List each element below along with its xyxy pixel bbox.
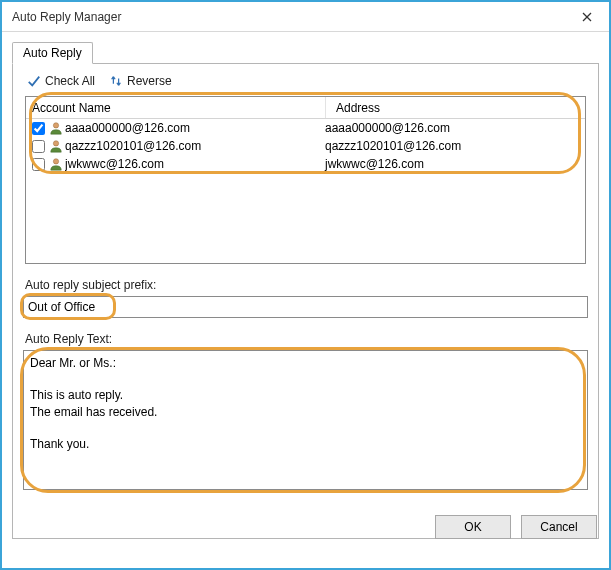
row-address: qazzz1020101@126.com: [321, 139, 585, 153]
tab-strip: Auto Reply: [12, 40, 599, 64]
toolbar: Check All Reverse: [23, 72, 588, 96]
reverse-label: Reverse: [127, 74, 172, 88]
reply-text-input[interactable]: [23, 350, 588, 490]
person-icon: [49, 139, 63, 153]
row-account-name: qazzz1020101@126.com: [65, 139, 321, 153]
person-icon: [49, 157, 63, 171]
reverse-button[interactable]: Reverse: [109, 74, 172, 88]
svg-point-4: [53, 159, 58, 164]
close-button[interactable]: [565, 3, 609, 31]
row-account-name: aaaa000000@126.com: [65, 121, 321, 135]
svg-point-2: [53, 123, 58, 128]
dialog-content: Auto Reply Check All Reverse Account: [2, 32, 609, 549]
list-header: Account Name Address: [26, 97, 585, 119]
table-row[interactable]: jwkwwc@126.comjwkwwc@126.com: [26, 155, 585, 173]
window-title: Auto Reply Manager: [12, 10, 565, 24]
header-account-name[interactable]: Account Name: [26, 97, 326, 118]
table-row[interactable]: aaaa000000@126.comaaaa000000@126.com: [26, 119, 585, 137]
check-all-label: Check All: [45, 74, 95, 88]
svg-point-3: [53, 141, 58, 146]
reply-text-label: Auto Reply Text:: [25, 332, 586, 346]
dialog-buttons: OK Cancel: [435, 515, 597, 539]
header-address[interactable]: Address: [326, 97, 585, 118]
row-checkbox[interactable]: [32, 122, 45, 135]
tab-auto-reply[interactable]: Auto Reply: [12, 42, 93, 64]
subject-prefix-label: Auto reply subject prefix:: [25, 278, 586, 292]
row-address: jwkwwc@126.com: [321, 157, 585, 171]
table-row[interactable]: qazzz1020101@126.comqazzz1020101@126.com: [26, 137, 585, 155]
row-checkbox[interactable]: [32, 158, 45, 171]
row-account-name: jwkwwc@126.com: [65, 157, 321, 171]
check-icon: [27, 74, 41, 88]
title-bar: Auto Reply Manager: [2, 2, 609, 32]
cancel-button[interactable]: Cancel: [521, 515, 597, 539]
row-checkbox[interactable]: [32, 140, 45, 153]
person-icon: [49, 121, 63, 135]
account-list[interactable]: Account Name Address aaaa000000@126.coma…: [25, 96, 586, 264]
reverse-icon: [109, 74, 123, 88]
tab-panel: Check All Reverse Account Name Address a…: [12, 63, 599, 539]
close-icon: [582, 12, 592, 22]
ok-button[interactable]: OK: [435, 515, 511, 539]
subject-prefix-input[interactable]: [23, 296, 588, 318]
check-all-button[interactable]: Check All: [27, 74, 95, 88]
row-address: aaaa000000@126.com: [321, 121, 585, 135]
